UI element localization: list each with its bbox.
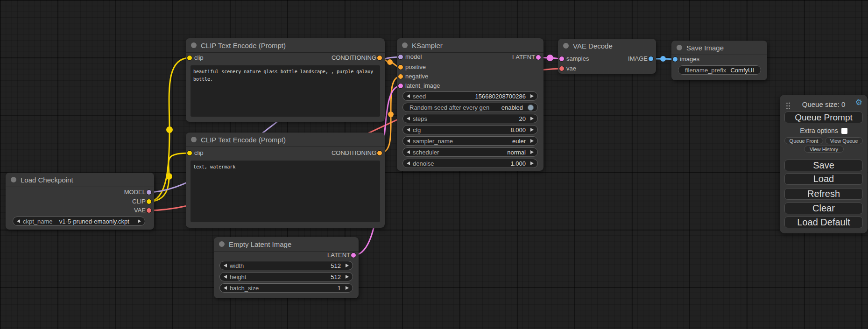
prev-arrow-icon[interactable]	[407, 94, 410, 98]
node-title-bar[interactable]: CLIP Text Encode (Prompt)	[186, 38, 385, 53]
collapse-dot-icon[interactable]	[191, 137, 197, 142]
vae-input-slot[interactable]	[559, 66, 564, 71]
collapse-dot-icon[interactable]	[677, 45, 682, 50]
collapse-dot-icon[interactable]	[191, 42, 197, 48]
image-output-slot[interactable]	[649, 56, 653, 61]
prev-arrow-icon[interactable]	[407, 161, 410, 165]
clear-label: Clear	[812, 203, 835, 214]
node-ksampler[interactable]: KSampler LATENT model positive negative …	[397, 38, 543, 171]
next-arrow-icon[interactable]	[530, 161, 534, 165]
model-output-slot[interactable]	[147, 190, 151, 195]
extra-options-checkbox[interactable]	[841, 128, 847, 134]
prompt-textarea[interactable]: beautiful scenery nature glass bottle la…	[191, 65, 380, 117]
latent-output-slot[interactable]	[351, 253, 356, 258]
model-input-slot[interactable]	[398, 55, 403, 59]
cfg-widget[interactable]: cfg 8.000	[402, 125, 538, 134]
denoise-widget[interactable]: denoise 1.000	[402, 159, 538, 168]
prev-arrow-icon[interactable]	[224, 286, 227, 290]
clip-input-slot[interactable]	[187, 151, 192, 155]
reroute-dot[interactable]	[166, 126, 173, 133]
reroute-dot[interactable]	[660, 56, 666, 62]
node-title: Save Image	[686, 44, 724, 52]
clip-output-slot[interactable]	[147, 199, 151, 204]
sampler-name-widget[interactable]: sampler_name euler	[402, 136, 538, 146]
positive-input-slot[interactable]	[398, 65, 403, 70]
node-title-bar[interactable]: CLIP Text Encode (Prompt)	[186, 133, 385, 147]
collapse-dot-icon[interactable]	[11, 177, 16, 182]
node-save-image[interactable]: Save Image images filename_prefix ComfyU…	[671, 41, 767, 80]
random-seed-toggle-widget[interactable]: Random seed after every gen enabled	[402, 103, 538, 112]
seed-widget[interactable]: seed 156680208700286	[402, 91, 538, 101]
widget-label: seed	[413, 93, 426, 100]
width-widget[interactable]: width 512	[219, 261, 353, 270]
node-title-bar[interactable]: KSampler	[397, 38, 543, 53]
reroute-dot[interactable]	[387, 59, 393, 65]
node-clip-text-encode-negative[interactable]: CLIP Text Encode (Prompt) clip CONDITION…	[186, 133, 385, 228]
output-label-vae: VAE	[134, 207, 146, 214]
clip-input-slot[interactable]	[187, 56, 192, 60]
queue-front-button[interactable]: Queue Front	[784, 137, 823, 144]
reroute-dot[interactable]	[547, 55, 553, 61]
scheduler-widget[interactable]: scheduler normal	[402, 147, 538, 157]
view-history-button[interactable]: View History	[804, 146, 844, 153]
filename-prefix-widget[interactable]: filename_prefix ComfyUI	[678, 65, 761, 75]
next-arrow-icon[interactable]	[346, 286, 349, 290]
next-arrow-icon[interactable]	[346, 275, 349, 279]
toggle-dot-icon[interactable]	[528, 105, 534, 111]
prev-arrow-icon[interactable]	[224, 275, 227, 279]
node-title-bar[interactable]: Save Image	[671, 41, 767, 55]
latent-image-input-slot[interactable]	[398, 84, 403, 88]
widget-label: filename_prefix	[685, 67, 726, 74]
collapse-dot-icon[interactable]	[219, 241, 225, 247]
queue-menu-panel[interactable]: Queue size: 0 ⚙ Queue Prompt Extra optio…	[780, 95, 868, 233]
node-title-bar[interactable]: Empty Latent Image	[214, 237, 359, 252]
node-load-checkpoint[interactable]: Load Checkpoint MODEL CLIP VAE ckpt_name…	[6, 173, 154, 230]
prompt-textarea[interactable]: text, watermark	[191, 161, 380, 222]
settings-gear-icon[interactable]: ⚙	[855, 98, 862, 106]
next-arrow-icon[interactable]	[530, 128, 534, 132]
comfyui-canvas[interactable]: { "nodes": { "load_checkpoint": { "title…	[0, 0, 868, 329]
node-clip-text-encode-positive[interactable]: CLIP Text Encode (Prompt) clip CONDITION…	[186, 38, 385, 122]
collapse-dot-icon[interactable]	[402, 42, 408, 48]
reroute-dot[interactable]	[388, 112, 394, 117]
collapse-dot-icon[interactable]	[563, 43, 569, 49]
load-default-button[interactable]: Load Default	[784, 217, 863, 228]
next-arrow-icon[interactable]	[530, 117, 534, 120]
vae-output-slot[interactable]	[147, 208, 151, 213]
next-arrow-icon[interactable]	[530, 150, 534, 154]
prev-arrow-icon[interactable]	[224, 264, 227, 267]
conditioning-output-slot[interactable]	[377, 151, 382, 155]
negative-input-slot[interactable]	[398, 74, 403, 79]
view-queue-button[interactable]: View Queue	[825, 137, 863, 144]
reroute-dot[interactable]	[166, 173, 172, 180]
prev-arrow-icon[interactable]	[17, 219, 20, 223]
height-widget[interactable]: height 512	[219, 272, 353, 281]
next-arrow-icon[interactable]	[530, 94, 534, 98]
queue-prompt-button[interactable]: Queue Prompt	[784, 112, 863, 123]
widget-label: Random seed after every gen	[409, 104, 489, 111]
clear-button[interactable]: Clear	[784, 203, 863, 214]
node-empty-latent-image[interactable]: Empty Latent Image LATENT width 512 heig…	[214, 237, 359, 298]
next-arrow-icon[interactable]	[530, 139, 534, 143]
prev-arrow-icon[interactable]	[407, 139, 410, 143]
batch-size-widget[interactable]: batch_size 1	[219, 283, 353, 293]
ckpt-name-widget[interactable]: ckpt_name v1-5-pruned-emaonly.ckpt	[13, 217, 145, 226]
widget-label: sampler_name	[413, 138, 453, 145]
load-button[interactable]: Load	[784, 173, 863, 185]
images-input-slot[interactable]	[673, 57, 677, 62]
prev-arrow-icon[interactable]	[407, 117, 410, 120]
node-title-bar[interactable]: Load Checkpoint	[6, 173, 154, 187]
node-vae-decode[interactable]: VAE Decode samples vae IMAGE	[558, 39, 656, 74]
next-arrow-icon[interactable]	[138, 219, 141, 223]
steps-widget[interactable]: steps 20	[402, 114, 538, 123]
wire-clip-to-negative-prompt	[148, 153, 190, 202]
next-arrow-icon[interactable]	[346, 264, 349, 267]
latent-output-slot[interactable]	[536, 55, 541, 60]
conditioning-output-slot[interactable]	[377, 56, 382, 60]
node-title-bar[interactable]: VAE Decode	[558, 39, 656, 53]
refresh-button[interactable]: Refresh	[784, 188, 863, 200]
samples-input-slot[interactable]	[559, 56, 564, 61]
prev-arrow-icon[interactable]	[407, 150, 410, 154]
save-button[interactable]: Save	[784, 160, 863, 171]
prev-arrow-icon[interactable]	[407, 128, 410, 132]
